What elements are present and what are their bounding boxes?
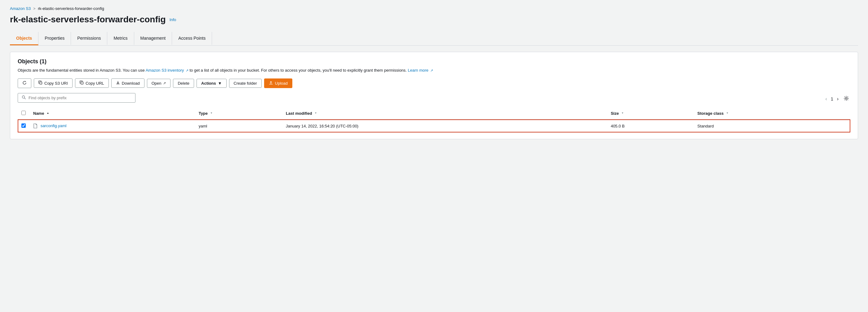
svg-rect-0 [40, 82, 42, 84]
svg-line-3 [25, 98, 26, 99]
name-column-header[interactable]: Name ▲ [29, 107, 195, 119]
name-sort-icon: ▲ [46, 112, 49, 115]
last-modified-cell: January 14, 2022, 16:54:20 (UTC-05:00) [282, 119, 607, 133]
file-link[interactable]: sarconfig.yaml [41, 123, 67, 128]
search-pagination-row: ‹ 1 › [18, 93, 850, 107]
select-all-checkbox[interactable] [21, 111, 26, 115]
breadcrumb-current: rk-elastic-serverless-forwarder-config [38, 6, 104, 11]
section-description: Objects are the fundamental entities sto… [18, 67, 850, 73]
s3-inventory-link[interactable]: Amazon S3 inventory ↗ [146, 68, 190, 72]
tab-objects[interactable]: Objects [10, 32, 38, 45]
size-cell: 405.0 B [607, 119, 693, 133]
actions-button[interactable]: Actions ▼ [196, 79, 227, 88]
prev-page-button[interactable]: ‹ [824, 95, 828, 103]
svg-point-4 [845, 97, 847, 99]
page-number: 1 [831, 96, 833, 101]
tabs-container: Objects Properties Permissions Metrics M… [10, 32, 858, 45]
desc-prefix: Objects are the fundamental entities sto… [18, 68, 146, 72]
copy-url-label: Copy URL [86, 81, 104, 86]
tab-permissions[interactable]: Permissions [71, 32, 107, 45]
open-label: Open [152, 81, 161, 86]
actions-label: Actions [201, 81, 216, 86]
breadcrumb-separator: > [33, 6, 35, 11]
external-link-icon2: ↗ [430, 68, 433, 72]
search-icon [22, 95, 26, 100]
download-button[interactable]: Download [111, 79, 145, 88]
tab-properties[interactable]: Properties [38, 32, 71, 45]
file-type-cell: yaml [195, 119, 282, 133]
copy-s3-uri-label: Copy S3 URI [44, 81, 68, 86]
copy-url-icon [80, 81, 84, 86]
storage-class-cell: Standard [694, 119, 850, 133]
last-modified-column-header[interactable]: Last modified ▼ [282, 107, 607, 119]
learn-more-link[interactable]: Learn more ↗ [408, 68, 433, 72]
upload-icon [269, 81, 273, 86]
objects-table: Name ▲ Type ▼ [18, 107, 850, 133]
type-sort-icon: ▼ [210, 112, 213, 115]
tab-metrics[interactable]: Metrics [107, 32, 134, 45]
toolbar: Copy S3 URI Copy URL Dow [18, 79, 850, 88]
file-icon [33, 123, 37, 128]
desc-middle: to get a list of all objects in your buc… [189, 68, 408, 72]
page-container: Amazon S3 > rk-elastic-serverless-forwar… [0, 0, 868, 146]
delete-button[interactable]: Delete [173, 79, 194, 88]
size-column-header[interactable]: Size ▼ [607, 107, 693, 119]
settings-button[interactable] [842, 94, 850, 104]
file-name-cell: sarconfig.yaml [29, 119, 195, 133]
storage-class-column-header[interactable]: Storage class ▼ [694, 107, 850, 119]
copy-icon [38, 81, 42, 86]
dropdown-icon: ▼ [218, 81, 222, 86]
tab-access-points[interactable]: Access Points [172, 32, 212, 45]
download-label: Download [122, 81, 140, 86]
tab-management[interactable]: Management [134, 32, 173, 45]
select-all-header[interactable] [18, 107, 29, 119]
refresh-button[interactable] [18, 79, 31, 88]
svg-rect-1 [81, 82, 83, 84]
upload-label: Upload [275, 81, 288, 86]
refresh-icon [22, 81, 27, 86]
type-column-header[interactable]: Type ▼ [195, 107, 282, 119]
breadcrumb-parent-link[interactable]: Amazon S3 [10, 6, 31, 11]
page-title-row: rk-elastic-serverless-forwarder-config I… [10, 14, 858, 25]
page-title: rk-elastic-serverless-forwarder-config [10, 14, 166, 25]
table-row: sarconfig.yaml yaml January 14, 2022, 16… [18, 119, 850, 133]
copy-s3-uri-button[interactable]: Copy S3 URI [34, 79, 72, 88]
search-bar[interactable] [18, 93, 135, 103]
last-modified-sort-icon: ▼ [315, 112, 317, 115]
info-link[interactable]: Info [169, 18, 176, 22]
pagination-area: ‹ 1 › [824, 94, 850, 104]
external-link-icon: ↗ [186, 68, 188, 72]
next-page-button[interactable]: › [836, 95, 840, 103]
search-input[interactable] [29, 96, 131, 100]
row-checkbox-cell[interactable] [18, 119, 29, 133]
upload-button[interactable]: Upload [264, 79, 292, 88]
objects-section: Objects (1) Objects are the fundamental … [10, 52, 858, 139]
section-title: Objects (1) [18, 58, 850, 65]
size-sort-icon: ▼ [621, 112, 624, 115]
external-open-icon: ↗ [163, 81, 166, 85]
delete-label: Delete [178, 81, 189, 86]
open-button[interactable]: Open ↗ [147, 79, 171, 88]
row-checkbox[interactable] [21, 123, 26, 128]
create-folder-button[interactable]: Create folder [229, 79, 261, 88]
download-icon [116, 81, 120, 86]
breadcrumb: Amazon S3 > rk-elastic-serverless-forwar… [10, 6, 858, 11]
create-folder-label: Create folder [234, 81, 257, 86]
storage-class-sort-icon: ▼ [726, 112, 728, 115]
copy-url-button[interactable]: Copy URL [75, 79, 109, 88]
